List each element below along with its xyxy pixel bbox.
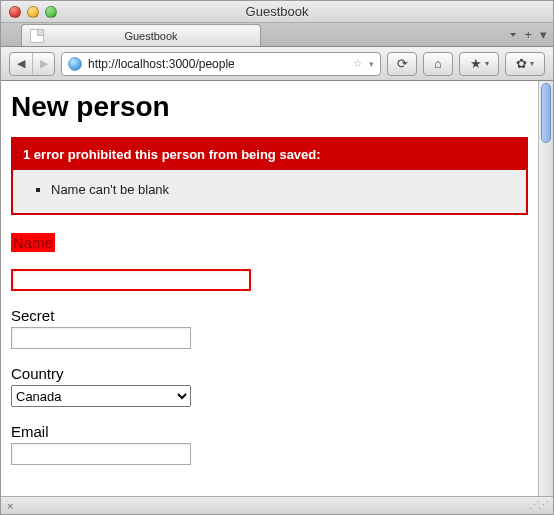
traffic-lights (9, 6, 57, 18)
email-input[interactable] (11, 443, 191, 465)
resize-grip[interactable]: ⋰⋰ (529, 499, 547, 512)
reload-icon: ⟳ (397, 56, 408, 71)
content-area: New person 1 error prohibited this perso… (1, 81, 553, 496)
titlebar: Guestbook (1, 1, 553, 23)
reload-button[interactable]: ⟳ (387, 52, 417, 76)
back-button[interactable]: ◀ (10, 53, 32, 75)
toolbar: ◀ ▶ http://localhost:3000/people ☆ ▾ ⟳ ⌂… (1, 47, 553, 81)
secret-label: Secret (11, 307, 54, 324)
error-item: Name can't be blank (51, 180, 516, 199)
field-email: Email (11, 423, 528, 465)
tabstrip: Guestbook ▶ + ▾ (1, 23, 553, 47)
url-bar[interactable]: http://localhost:3000/people ☆ ▾ (61, 52, 381, 76)
name-input[interactable] (11, 269, 251, 291)
country-label: Country (11, 365, 64, 382)
browser-window: Guestbook Guestbook ▶ + ▾ ◀ ▶ http://loc… (0, 0, 554, 515)
close-button[interactable] (9, 6, 21, 18)
secret-input[interactable] (11, 327, 191, 349)
tab-title: Guestbook (50, 30, 252, 42)
email-label: Email (11, 423, 49, 440)
url-dropdown-icon[interactable]: ▾ (369, 59, 374, 69)
bookmark-icon: ★ (470, 56, 482, 71)
settings-button[interactable]: ✿▾ (505, 52, 545, 76)
error-explanation: 1 error prohibited this person from bein… (11, 137, 528, 215)
home-button[interactable]: ⌂ (423, 52, 453, 76)
error-body: Name can't be blank (13, 170, 526, 213)
name-label: Name (11, 233, 55, 252)
chevron-down-icon: ▾ (485, 59, 489, 68)
error-list: Name can't be blank (23, 180, 516, 199)
window-title: Guestbook (1, 4, 553, 19)
zoom-button[interactable] (45, 6, 57, 18)
gear-icon: ✿ (516, 56, 527, 71)
error-header: 1 error prohibited this person from bein… (13, 139, 526, 170)
nav-buttons: ◀ ▶ (9, 52, 55, 76)
globe-icon (68, 57, 82, 71)
minimize-button[interactable] (27, 6, 39, 18)
field-name: Name (11, 233, 528, 291)
country-select[interactable]: Canada (11, 385, 191, 407)
bookmarks-button[interactable]: ★▾ (459, 52, 499, 76)
page-icon (30, 29, 44, 43)
page-body: New person 1 error prohibited this perso… (1, 81, 538, 496)
tabstrip-controls: ▶ + ▾ (508, 27, 547, 42)
vertical-scrollbar[interactable] (538, 81, 553, 496)
field-country: Country Canada (11, 365, 528, 407)
page-title: New person (11, 91, 528, 123)
home-icon: ⌂ (434, 56, 442, 71)
bookmark-star-icon[interactable]: ☆ (353, 57, 363, 70)
tabs-menu-button[interactable]: ▾ (540, 27, 547, 42)
status-left[interactable]: × (7, 500, 13, 512)
field-secret: Secret (11, 307, 528, 349)
url-text: http://localhost:3000/people (88, 57, 347, 71)
browser-tab[interactable]: Guestbook (21, 24, 261, 46)
forward-button[interactable]: ▶ (32, 53, 54, 75)
chevron-down-icon: ▾ (530, 59, 534, 68)
statusbar: × ⋰⋰ (1, 496, 553, 514)
tabs-overflow-icon[interactable]: ▶ (506, 33, 518, 37)
scrollbar-thumb[interactable] (541, 83, 551, 143)
new-tab-button[interactable]: + (524, 27, 532, 42)
